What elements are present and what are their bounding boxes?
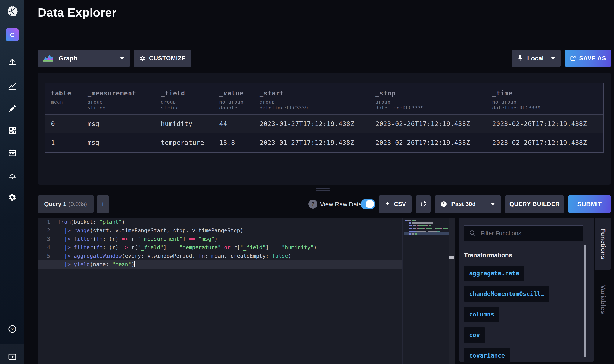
column-meta: groupstring — [161, 99, 214, 111]
gear-small-icon — [139, 55, 146, 62]
save-as-button[interactable]: SAVE AS — [565, 50, 611, 67]
export-icon — [570, 55, 576, 62]
influxdb-logo[interactable] — [0, 2, 24, 21]
sidebar-item-collapse-nav[interactable] — [0, 347, 24, 364]
editor-scrollbar[interactable] — [449, 218, 455, 364]
view-type-dropdown[interactable]: Graph — [38, 50, 130, 67]
sidebar-item-notebooks[interactable] — [0, 99, 24, 118]
code-line: |> filter(fn: (r) => r["_measurement"] =… — [38, 235, 403, 243]
line-chart-icon — [8, 82, 17, 90]
save-location-dropdown[interactable]: Local — [512, 50, 561, 67]
column-name: _stop — [376, 90, 487, 97]
view-type-label: Graph — [59, 55, 77, 62]
minimap-line — [404, 230, 449, 233]
tab-functions[interactable]: Functions — [595, 218, 611, 270]
dashboards-icon — [8, 126, 16, 135]
area-chart-icon — [43, 54, 53, 62]
column-name: _measurement — [87, 90, 155, 97]
table-cell: 2023-02-26T17:12:19.438Z — [370, 139, 487, 146]
function-chip-columns[interactable]: columns — [464, 307, 499, 322]
table-cell: msg — [82, 139, 155, 146]
raw-data-help-icon[interactable]: ? — [308, 200, 317, 208]
query-tab[interactable]: Query 1 (0.03s) — [38, 195, 94, 213]
editor-scrollbar-thumb[interactable] — [449, 256, 454, 259]
column-meta: mean — [51, 99, 82, 105]
minimap-line — [404, 227, 449, 230]
query-builder-label: QUERY BUILDER — [509, 201, 560, 208]
add-query-button[interactable]: + — [97, 195, 109, 213]
minimap-line — [404, 224, 449, 227]
table-header-cell-_time: _timeno groupdateTime:RFC3339 — [487, 83, 603, 114]
refresh-icon — [420, 201, 427, 208]
column-meta: groupstring — [87, 99, 155, 111]
gear-icon — [8, 193, 16, 202]
clock-icon — [440, 200, 447, 208]
left-nav: C — [0, 0, 24, 364]
functions-scrollbar-thumb[interactable] — [584, 245, 586, 357]
sidebar-item-help[interactable]: ? — [0, 319, 24, 338]
table-cell: 18.8 — [214, 139, 254, 146]
table-cell: 2023-02-26T17:12:19.438Z — [487, 120, 603, 128]
function-search-input[interactable] — [481, 230, 574, 237]
table-header-cell-_stop: _stopgroupdateTime:RFC3339 — [370, 83, 487, 114]
submit-label: SUBMIT — [577, 200, 602, 208]
upload-icon — [8, 58, 17, 66]
function-chip-cov[interactable]: cov — [464, 327, 485, 343]
function-chip-covariance[interactable]: covariance — [464, 348, 510, 363]
code-line: |> yield(name: "mean") — [38, 260, 403, 269]
functions-scrollbar[interactable] — [584, 245, 586, 362]
sidebar-item-tasks[interactable] — [0, 143, 24, 162]
sidebar-item-alerts[interactable] — [0, 166, 24, 185]
minimap-divider — [402, 218, 403, 364]
results-table: tablemean_measurementgroupstring_fieldgr… — [45, 83, 604, 153]
section-divider — [459, 263, 594, 263]
time-range-dropdown[interactable]: Past 30d — [435, 195, 501, 213]
function-chip-aggregate.rate[interactable]: aggregate.rate — [464, 266, 524, 281]
function-chip-chandeMomentumOscill[interactable]: chandeMomentumOscill… — [464, 286, 549, 302]
refresh-button[interactable] — [416, 195, 431, 213]
code-lines: from(bucket: "plant") |> range(start: v.… — [38, 218, 403, 269]
minimap-line — [404, 219, 449, 221]
expand-panel-icon — [8, 353, 17, 360]
column-meta: no groupdateTime:RFC3339 — [492, 99, 603, 111]
query-builder-button[interactable]: QUERY BUILDER — [505, 195, 564, 213]
chevron-down-icon — [551, 57, 555, 60]
table-header-row: tablemean_measurementgroupstring_fieldgr… — [45, 83, 603, 115]
code-line: |> aggregateWindow(every: v.windowPeriod… — [38, 252, 403, 260]
column-name: _start — [260, 90, 370, 97]
time-range-label: Past 30d — [451, 201, 476, 208]
save-location-label: Local — [527, 55, 544, 62]
sidebar-item-dashboards[interactable] — [0, 121, 24, 140]
flux-code-editor[interactable]: 123456 from(bucket: "plant") |> range(st… — [38, 218, 455, 364]
column-name: _time — [492, 90, 603, 97]
table-cell: temperature — [155, 139, 214, 146]
functions-panel: Transformations aggregate.ratechandeMome… — [459, 218, 594, 362]
panel-resize-handle[interactable] — [316, 187, 330, 189]
function-search-box[interactable] — [464, 225, 583, 241]
org-avatar[interactable]: C — [6, 28, 19, 41]
column-name: _value — [219, 90, 254, 97]
table-cell: 0 — [45, 120, 82, 128]
code-minimap[interactable] — [404, 219, 449, 235]
sidebar-item-settings[interactable] — [0, 188, 24, 207]
svg-text:?: ? — [11, 326, 14, 331]
csv-download-button[interactable]: CSV — [379, 195, 412, 213]
table-cell: 2023-01-27T17:12:19.438Z — [254, 139, 370, 146]
view-raw-data-toggle[interactable] — [361, 199, 375, 209]
tab-variables[interactable]: Variables — [595, 273, 611, 327]
table-cell: humidity — [155, 120, 214, 128]
sidebar-item-upload[interactable] — [0, 52, 24, 71]
table-header-cell-_start: _startgroupdateTime:RFC3339 — [254, 83, 370, 114]
panel-resize-handle[interactable] — [316, 190, 330, 191]
column-name: table — [51, 90, 82, 97]
table-cell: 1 — [45, 139, 82, 146]
submit-button[interactable]: SUBMIT — [568, 195, 611, 213]
customize-button[interactable]: CUSTOMIZE — [134, 50, 191, 67]
sidebar-item-data-explorer[interactable] — [0, 77, 24, 96]
query-duration: (0.03s) — [69, 201, 87, 208]
bell-icon — [8, 171, 16, 180]
minimap-line — [404, 233, 449, 235]
page-title: Data Explorer — [38, 5, 117, 19]
help-circle-icon: ? — [8, 325, 17, 333]
column-name: _field — [161, 90, 214, 97]
